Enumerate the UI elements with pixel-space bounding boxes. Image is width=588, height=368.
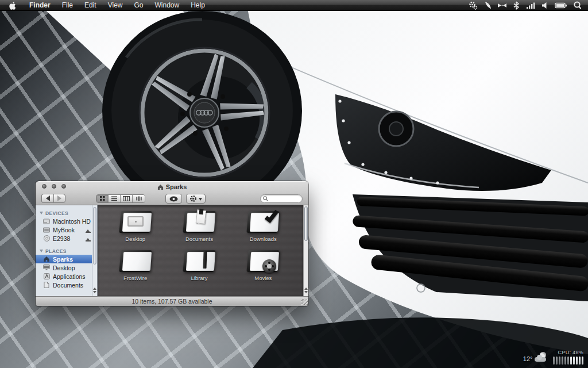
documents-icon: [43, 282, 50, 289]
folder-label: Movies: [254, 275, 272, 281]
swoosh-icon[interactable]: [482, 0, 493, 11]
back-icon: [46, 195, 50, 201]
content-scrollbar-thumb[interactable]: [304, 206, 308, 241]
sidebar-scrollbar-thumb[interactable]: [93, 207, 96, 264]
scroll-down-arrow[interactable]: [93, 291, 96, 295]
spotlight-icon[interactable]: [572, 0, 582, 11]
sidebar-item-label: Applications: [53, 273, 91, 280]
folder-item-documents[interactable]: Documents: [167, 211, 231, 242]
menu-window[interactable]: Window: [149, 0, 185, 10]
apple-menu[interactable]: [8, 1, 16, 10]
column-view-button[interactable]: [121, 195, 133, 202]
apple-logo-icon: [8, 1, 16, 10]
action-button[interactable]: [186, 194, 206, 204]
folder-icon-downloads: [247, 211, 278, 233]
search-input[interactable]: [269, 196, 299, 202]
resize-grip[interactable]: [301, 299, 308, 305]
moon-cloud-icon: [535, 352, 547, 362]
menu-bar: Finder File Edit View Go Window Help: [0, 0, 588, 11]
sidebar-item-applications[interactable]: Applications: [36, 272, 97, 281]
car-rim: [140, 48, 269, 178]
sidebar-scrollbar[interactable]: [92, 205, 97, 296]
gears-icon[interactable]: [468, 0, 478, 11]
sidebar-section-devices: DEVICES: [36, 209, 97, 217]
battery-icon[interactable]: [554, 0, 568, 11]
sidebar: DEVICES Macintosh HD MyBook: [36, 205, 98, 296]
folder-icon-documents: [184, 211, 215, 233]
gear-icon: [189, 195, 197, 202]
sidebar-item-sparks[interactable]: Sparks: [36, 255, 97, 263]
weather-widget: 12°: [523, 352, 547, 365]
list-view-icon: [111, 196, 117, 201]
folder-content-area[interactable]: Desktop Documents Downloads: [98, 205, 303, 296]
content-scrollbar[interactable]: [303, 205, 308, 296]
sidebar-item-documents[interactable]: Documents: [36, 281, 97, 289]
mirroring-icon[interactable]: [497, 0, 507, 11]
menu-go[interactable]: Go: [129, 0, 149, 10]
menu-finder[interactable]: Finder: [24, 0, 56, 10]
sidebar-item-mybook[interactable]: MyBook: [36, 225, 97, 234]
icon-view-button[interactable]: [96, 195, 109, 202]
quick-look-button[interactable]: [165, 194, 182, 204]
navigation-control: [41, 194, 65, 203]
content-scrollbar-arrows: [304, 286, 308, 295]
forward-button[interactable]: [53, 194, 65, 203]
disclosure-triangle-icon[interactable]: [40, 250, 43, 254]
sidebar-item-label: Macintosh HD: [53, 218, 91, 225]
temperature-label: 12°: [523, 355, 533, 362]
chevron-down-icon: [199, 198, 202, 202]
folder-item-frostwire[interactable]: FrostWire: [103, 250, 167, 281]
sidebar-item-label: MyBook: [53, 227, 82, 233]
coverflow-view-button[interactable]: [133, 195, 145, 202]
folder-icon-library: [184, 250, 215, 272]
menu-bar-status-icons: [468, 0, 588, 11]
toolbar: [36, 192, 308, 206]
eject-icon[interactable]: [85, 227, 91, 233]
cpu-label: CPU: 48%: [558, 350, 583, 355]
menu-view[interactable]: View: [102, 0, 129, 10]
folder-item-downloads[interactable]: Downloads: [231, 211, 295, 242]
home-icon: [157, 184, 164, 190]
menu-help[interactable]: Help: [185, 0, 211, 10]
scroll-up-arrow[interactable]: [304, 286, 308, 290]
icon-grid: Desktop Documents Downloads: [98, 205, 303, 281]
finder-window: Sparks: [36, 181, 308, 306]
search-icon: [263, 196, 268, 201]
folder-label: Library: [191, 275, 207, 281]
sidebar-item-e2938[interactable]: E2938: [36, 234, 97, 243]
window-title: Sparks: [36, 183, 308, 191]
menu-list: Finder File Edit View Go Window Help: [24, 0, 211, 10]
folder-icon-frostwire: [120, 250, 151, 272]
optical-disc-icon: [43, 235, 50, 242]
eject-icon[interactable]: [85, 236, 91, 241]
list-view-button[interactable]: [109, 195, 121, 202]
coverflow-view-icon: [136, 196, 142, 201]
folder-item-movies[interactable]: Movies: [231, 250, 295, 281]
bluetooth-icon[interactable]: [511, 0, 521, 11]
back-button[interactable]: [41, 194, 53, 203]
desktop-icon: [43, 264, 50, 271]
icon-view-icon: [100, 196, 105, 201]
devices-header-label: DEVICES: [45, 210, 68, 216]
window-header[interactable]: Sparks: [36, 181, 308, 205]
cpu-meter: [553, 356, 584, 365]
disclosure-triangle-icon[interactable]: [40, 212, 43, 216]
sidebar-item-desktop[interactable]: Desktop: [36, 263, 97, 272]
menu-edit[interactable]: Edit: [79, 0, 102, 10]
scroll-up-arrow[interactable]: [93, 286, 96, 290]
folder-label: Documents: [185, 236, 213, 242]
folder-icon-movies: [247, 250, 278, 272]
column-view-icon: [123, 196, 130, 201]
home-icon: [43, 256, 50, 263]
signal-bars-icon[interactable]: [525, 0, 536, 11]
search-field: [260, 194, 303, 203]
folder-item-desktop[interactable]: Desktop: [103, 211, 167, 242]
folder-label: Downloads: [250, 236, 277, 242]
window-body: DEVICES Macintosh HD MyBook: [36, 205, 308, 296]
scroll-down-arrow[interactable]: [304, 291, 308, 295]
folder-item-library[interactable]: Library: [167, 250, 231, 281]
status-bar: 10 items, 107.57 GB available: [36, 296, 308, 306]
volume-icon[interactable]: [540, 0, 550, 11]
menu-file[interactable]: File: [56, 0, 79, 10]
sidebar-item-macintosh-hd[interactable]: Macintosh HD: [36, 217, 97, 225]
